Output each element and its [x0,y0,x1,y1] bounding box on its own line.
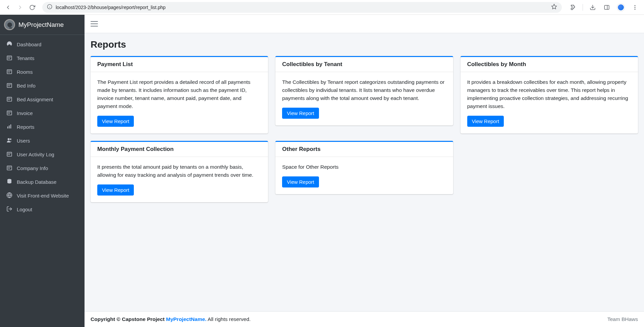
view-report-button[interactable]: View Report [467,116,504,127]
sidebar-item-label: Users [17,138,30,144]
sidebar-item-visit-front-end-website[interactable]: Visit Front-end Website [2,189,83,203]
sidebar-item-dashboard[interactable]: Dashboard [2,38,83,51]
svg-rect-14 [8,58,9,59]
svg-rect-35 [8,112,9,112]
reload-button[interactable] [28,3,37,12]
card-title: Monthly Payment Collection [97,146,261,153]
view-report-button[interactable]: View Report [97,184,134,196]
svg-rect-40 [7,126,8,128]
report-card: Monthly Payment CollectionIt presents th… [91,141,268,202]
database-icon [6,178,13,185]
sidebar-item-logout[interactable]: Logout [2,203,83,216]
panel-icon[interactable] [601,2,612,13]
topbar [85,15,644,33]
back-button[interactable] [3,3,13,12]
svg-rect-32 [8,99,9,100]
sidebar-item-label: User Activity Log [17,152,54,157]
svg-rect-46 [8,153,9,154]
building-icon [6,151,13,158]
svg-rect-25 [10,84,11,85]
menu-icon[interactable] [629,2,641,13]
globe-icon [6,192,13,199]
svg-rect-30 [9,98,10,99]
view-report-button[interactable]: View Report [97,116,134,127]
sidebar-item-label: Dashboard [17,42,41,47]
sidebar-item-label: Logout [17,207,32,212]
url-text: localhost/2023-2/bhouse/pages/report/rep… [56,5,548,10]
extensions-icon[interactable] [567,2,579,13]
building-icon [6,165,13,172]
sidebar-item-user-activity-log[interactable]: User Activity Log [2,148,83,161]
svg-rect-56 [9,168,10,169]
copyright-prefix: Copyright © Capstone Project [91,316,166,322]
svg-rect-15 [9,58,10,59]
sidebar-item-bed-info[interactable]: Bed Info [2,79,83,93]
svg-rect-4 [604,5,609,9]
svg-rect-13 [10,57,11,57]
dashboard-icon [6,41,13,48]
sidebar-item-label: Rooms [17,69,33,75]
svg-rect-52 [8,167,9,167]
sidebar-item-label: Invoice [17,110,33,116]
sidebar-item-invoice[interactable]: Invoice [2,106,83,120]
svg-rect-21 [9,72,10,72]
sidebar-item-rooms[interactable]: Rooms [2,65,83,79]
svg-rect-17 [8,70,9,71]
star-icon[interactable] [551,4,557,11]
svg-rect-37 [10,112,11,112]
card-description: The Payment List report provides a detai… [97,78,261,110]
svg-rect-31 [10,98,11,99]
sidebar-item-label: Visit Front-end Website [17,193,69,199]
separator [583,4,583,11]
svg-point-44 [10,139,12,140]
svg-rect-53 [9,167,10,167]
view-report-button[interactable]: View Report [282,176,319,187]
brand[interactable]: MyProjectName [0,15,85,35]
users-icon [6,137,13,144]
sidebar-item-tenants[interactable]: Tenants [2,51,83,65]
svg-rect-54 [10,167,11,167]
svg-rect-23 [8,84,9,85]
svg-point-8 [635,8,636,9]
svg-rect-55 [8,168,9,169]
download-icon[interactable] [587,2,598,13]
sidebar-item-bed-assignment[interactable]: Bed Assignment [2,93,83,106]
report-card: Collectibles by MonthIt provides a break… [461,56,638,133]
building-icon [6,110,13,117]
report-cards: Payment ListThe Payment List report prov… [91,56,638,202]
report-card: Collectibles by TenantThe Collectibles b… [275,56,453,125]
svg-rect-26 [8,86,9,86]
sidebar-item-backup-database[interactable]: Backup Database [2,175,83,189]
svg-rect-36 [9,112,10,112]
card-title: Other Reports [282,146,446,153]
svg-rect-38 [8,113,9,114]
forward-button[interactable] [15,3,25,12]
svg-rect-33 [9,99,10,100]
sidebar-item-reports[interactable]: Reports [2,120,83,134]
sidebar-item-users[interactable]: Users [2,134,83,148]
menu-toggle-icon[interactable] [91,21,98,26]
profile-avatar[interactable] [615,2,627,13]
sidebar-item-label: Reports [17,124,35,130]
nav-list: DashboardTenantsRoomsBed InfoBed Assignm… [0,35,85,219]
card-description: Space for Other Reports [282,163,446,171]
brand-name: MyProjectName [18,21,64,29]
sidebar-item-company-info[interactable]: Company Info [2,161,83,175]
view-report-button[interactable]: View Report [282,108,319,119]
svg-rect-20 [8,72,9,72]
card-description: It presents the total amount paid by ten… [97,163,261,179]
footer-rights: All rights reserved. [207,316,251,322]
svg-rect-27 [9,86,10,86]
svg-rect-18 [9,70,10,71]
brand-logo-icon [4,19,15,30]
svg-rect-11 [8,57,9,57]
svg-point-43 [8,138,10,140]
sidebar-item-label: Bed Assignment [17,97,53,102]
sidebar: MyProjectName DashboardTenantsRoomsBed I… [0,15,85,327]
svg-point-7 [635,7,636,8]
report-card: Payment ListThe Payment List report prov… [91,56,268,133]
url-bar[interactable]: localhost/2023-2/bhouse/pages/report/rep… [42,2,562,13]
card-title: Payment List [97,61,261,68]
footer-project-link[interactable]: MyProjectName. [166,316,207,322]
info-icon [47,4,52,10]
